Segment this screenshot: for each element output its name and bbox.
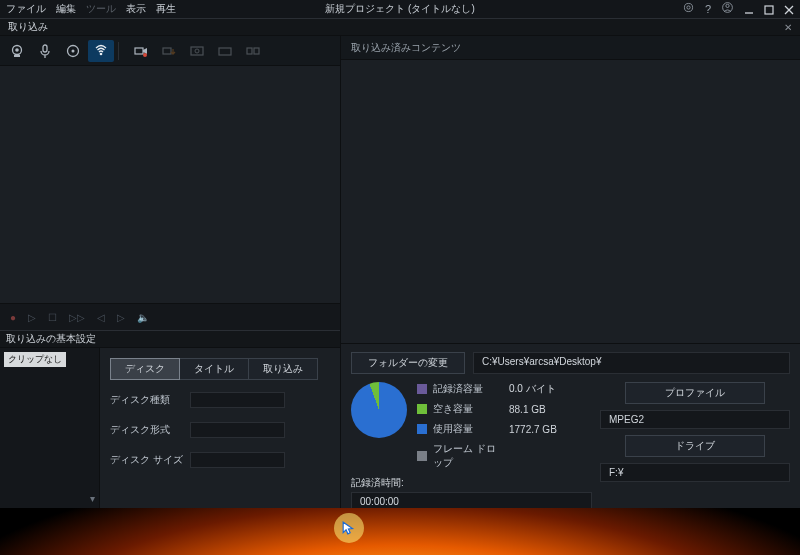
menu-view[interactable]: 表示 xyxy=(126,2,146,16)
webcam-icon[interactable] xyxy=(4,40,30,62)
maximize-icon[interactable] xyxy=(764,4,774,14)
project-title: 新規プロジェクト (タイトルなし) xyxy=(325,2,474,16)
help-icon[interactable]: ? xyxy=(705,3,711,15)
profile-value[interactable]: MPEG2 xyxy=(600,410,790,429)
settings-header: 取り込みの基本設定 xyxy=(0,330,340,348)
svg-rect-13 xyxy=(43,45,47,52)
preview-area xyxy=(0,66,340,304)
disc-format-label: ディスク形式 xyxy=(110,423,190,437)
import-icon xyxy=(156,40,182,62)
tab-title[interactable]: タイトル xyxy=(180,358,249,380)
svg-rect-7 xyxy=(765,6,773,14)
disc-type-value[interactable] xyxy=(190,392,285,408)
disc-size-value[interactable] xyxy=(190,452,285,468)
profile-button[interactable]: プロファイル xyxy=(625,382,765,404)
tab-capture[interactable]: 取り込み xyxy=(249,358,318,380)
svg-point-18 xyxy=(143,53,147,57)
minimize-icon[interactable] xyxy=(744,4,754,14)
volume-icon[interactable]: 🔈 xyxy=(137,312,149,323)
svg-point-3 xyxy=(687,6,690,9)
change-folder-button[interactable]: フォルダーの変更 xyxy=(351,352,465,374)
stop-icon[interactable]: ☐ xyxy=(48,312,57,323)
svg-point-5 xyxy=(726,4,729,7)
svg-point-15 xyxy=(72,49,75,52)
svg-rect-17 xyxy=(135,48,143,54)
svg-point-16 xyxy=(100,52,103,55)
clip-none-badge: クリップなし xyxy=(4,352,66,367)
folder-icon xyxy=(212,40,238,62)
disc-type-label: ディスク種類 xyxy=(110,393,190,407)
disc-icon[interactable] xyxy=(60,40,86,62)
clip-list: クリップなし ▾ xyxy=(0,348,100,508)
stream-icon[interactable] xyxy=(88,40,114,62)
menu-edit[interactable]: 編集 xyxy=(56,2,76,16)
legend-swatch-free xyxy=(417,404,427,414)
tab-disc[interactable]: ディスク xyxy=(110,358,180,380)
fast-forward-icon[interactable]: ▷▷ xyxy=(69,312,85,323)
svg-rect-23 xyxy=(247,48,252,54)
svg-rect-20 xyxy=(191,47,203,55)
svg-rect-19 xyxy=(163,48,171,54)
photo-icon xyxy=(184,40,210,62)
drive-value[interactable]: F:¥ xyxy=(600,463,790,482)
settings-icon[interactable] xyxy=(682,1,695,17)
legend-swatch-recorded xyxy=(417,384,427,394)
title-bar: ファイル 編集 ツール 表示 再生 新規プロジェクト (タイトルなし) ? xyxy=(0,0,800,18)
disc-format-value[interactable] xyxy=(190,422,285,438)
svg-rect-12 xyxy=(14,55,20,57)
close-icon[interactable] xyxy=(784,4,794,14)
storage-pie-chart xyxy=(351,382,407,438)
record-icon[interactable]: ● xyxy=(10,312,16,323)
next-frame-icon[interactable]: ▷ xyxy=(117,312,125,323)
cursor-highlight xyxy=(334,513,364,543)
play-icon[interactable]: ▷ xyxy=(28,312,36,323)
svg-point-11 xyxy=(15,48,19,52)
folder-path[interactable]: C:¥Users¥arcsa¥Desktop¥ xyxy=(473,352,790,374)
svg-rect-24 xyxy=(254,48,259,54)
storage-legend: 記録済容量0.0 バイト 空き容量88.1 GB 使用容量1772.7 GB フ… xyxy=(417,382,557,470)
svg-point-21 xyxy=(195,49,199,53)
recorded-time-label: 記録済時間: xyxy=(351,476,592,490)
imported-content-area xyxy=(341,60,800,344)
gallery-icon xyxy=(240,40,266,62)
capture-source-toolbar xyxy=(0,36,340,66)
svg-point-2 xyxy=(684,3,692,11)
mic-icon[interactable] xyxy=(32,40,58,62)
desktop-background xyxy=(0,508,800,555)
menu-tool: ツール xyxy=(86,2,116,16)
menu-file[interactable]: ファイル xyxy=(6,2,46,16)
capture-tab-label: 取り込み xyxy=(8,20,48,34)
camera-rec-icon[interactable] xyxy=(128,40,154,62)
imported-header: 取り込み済みコンテンツ xyxy=(341,36,800,60)
menu-bar: ファイル 編集 ツール 表示 再生 xyxy=(6,2,176,16)
menu-play[interactable]: 再生 xyxy=(156,2,176,16)
svg-rect-22 xyxy=(219,48,231,55)
legend-swatch-frame xyxy=(417,451,427,461)
scroll-end-icon: ▾ xyxy=(90,493,95,504)
legend-swatch-used xyxy=(417,424,427,434)
user-icon[interactable] xyxy=(721,1,734,17)
drive-button[interactable]: ドライブ xyxy=(625,435,765,457)
prev-frame-icon[interactable]: ◁ xyxy=(97,312,105,323)
panel-close-icon[interactable]: ✕ xyxy=(784,22,792,33)
disc-size-label: ディスク サイズ xyxy=(110,453,190,467)
transport-bar: ● ▷ ☐ ▷▷ ◁ ▷ 🔈 xyxy=(0,304,340,330)
